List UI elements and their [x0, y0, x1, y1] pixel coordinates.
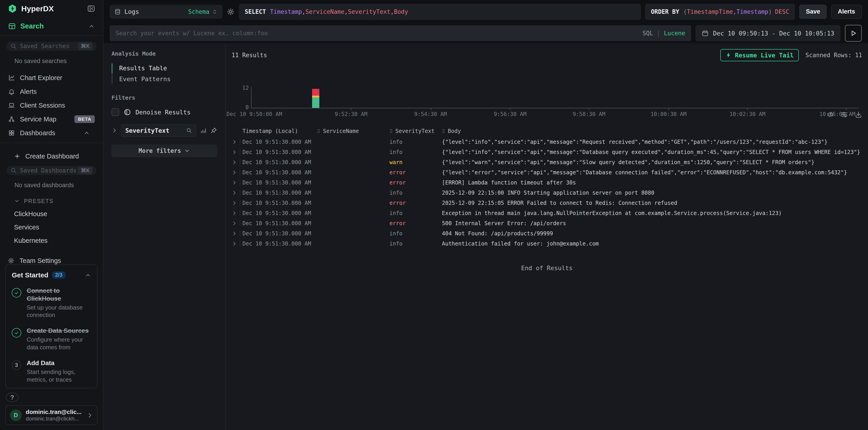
user-menu[interactable]: D dominic.tran@clic... dominic.tran@clic…: [5, 405, 97, 425]
wrap-lines-icon[interactable]: [841, 111, 848, 118]
row-expand-chevron-icon[interactable]: [231, 150, 237, 155]
code-icon[interactable]: [827, 111, 834, 118]
sidebar-item-alerts[interactable]: Alerts: [0, 85, 103, 99]
row-expand-chevron-icon[interactable]: [231, 160, 237, 165]
drag-handle-icon[interactable]: [390, 129, 393, 133]
table-row[interactable]: Dec 10 9:51:30.000 AM info 404 Not Found…: [231, 228, 862, 238]
table-row[interactable]: Dec 10 9:51:30.000 AM info {"level":"inf…: [231, 147, 862, 157]
table-row[interactable]: Dec 10 9:51:30.000 AM info {"level":"inf…: [231, 137, 862, 147]
row-expand-chevron-icon[interactable]: [231, 180, 237, 186]
sidebar-item-chart-explorer[interactable]: Chart Explorer: [0, 71, 103, 85]
saved-searches-input[interactable]: Saved Searches ⌘K: [6, 42, 97, 51]
row-expand-chevron-icon[interactable]: [231, 241, 237, 246]
preset-item-services[interactable]: Services: [14, 224, 103, 231]
row-expand-chevron-icon[interactable]: [231, 210, 237, 216]
sql-toggle[interactable]: SQL: [643, 30, 653, 37]
get-started-step-sources[interactable]: Create Data Sources Configure where your…: [12, 327, 91, 351]
select-query-input[interactable]: SELECT Timestamp,ServiceName,SeverityTex…: [239, 4, 641, 20]
denoise-results-row: Denoise Results: [112, 108, 217, 116]
row-expand-chevron-icon[interactable]: [231, 200, 237, 206]
row-expand-chevron-icon[interactable]: [231, 221, 237, 226]
column-header-servicename[interactable]: ServiceName: [317, 128, 390, 134]
check-icon: [12, 328, 21, 337]
row-expand-chevron-icon[interactable]: [231, 231, 237, 236]
lucene-toggle[interactable]: Lucene: [664, 30, 685, 37]
toggle-divider: |: [657, 30, 660, 37]
table-row[interactable]: Dec 10 9:51:30.000 AM error {"level":"er…: [231, 167, 862, 177]
language-toggle[interactable]: SQL | Lucene: [643, 30, 685, 37]
sidebar-item-service-map[interactable]: Service Map BETA: [0, 112, 103, 126]
sidebar: HyperDX Search Saved Searches ⌘K No save…: [0, 0, 103, 430]
preset-item-clickhouse[interactable]: ClickHouse: [14, 210, 103, 218]
denoise-checkbox[interactable]: [112, 108, 119, 116]
run-query-button[interactable]: [845, 25, 862, 42]
row-expand-chevron-icon[interactable]: [231, 170, 237, 175]
select-chevrons-icon: [212, 9, 218, 15]
create-dashboard-button[interactable]: Create Dashboard: [14, 153, 103, 160]
sidebar-item-client-sessions[interactable]: Client Sessions: [0, 99, 103, 112]
cell-timestamp: Dec 10 9:51:30.000 AM: [243, 190, 317, 196]
column-header-severitytext[interactable]: SeverityText: [390, 128, 442, 134]
results-panel: 11 Results Resume Live Tail Scanned Rows…: [226, 43, 868, 430]
drag-handle-icon[interactable]: [442, 129, 445, 133]
order-by-input[interactable]: ORDER BY (TimestampTime, Timestamp)DESC: [645, 4, 795, 20]
row-expand-chevron-icon[interactable]: [231, 139, 237, 145]
chart-bar[interactable]: [312, 87, 319, 108]
user-email: dominic.tran@clickh...: [26, 416, 82, 422]
drag-handle-icon[interactable]: [317, 129, 320, 133]
mode-event-patterns[interactable]: Event Patterns: [113, 74, 217, 85]
mode-results-table[interactable]: Results Table: [113, 63, 217, 74]
query-columns: Timestamp,ServiceName,SeverityText,Body: [270, 8, 408, 15]
collapse-sidebar-icon[interactable]: [87, 4, 95, 13]
more-filters-button[interactable]: More filters: [112, 144, 217, 157]
sidebar-item-team-settings[interactable]: Team Settings: [8, 257, 103, 265]
avatar: D: [10, 409, 22, 421]
get-started-title: Get Started: [12, 271, 49, 279]
table-row[interactable]: Dec 10 9:51:30.000 AM error 500 Internal…: [231, 218, 862, 228]
expand-chevron-icon[interactable]: [112, 128, 117, 133]
preset-item-kubernetes[interactable]: Kubernetes: [14, 237, 103, 244]
severity-filter-input[interactable]: SeverityText: [121, 124, 196, 137]
table-row[interactable]: Dec 10 9:51:30.000 AM error 2025-12-09 2…: [231, 198, 862, 208]
row-expand-chevron-icon[interactable]: [231, 190, 237, 196]
denoise-icon: [124, 108, 131, 116]
results-histogram: 12 0 Dec 10 9:50:00 AM9:52:30 AM9:54:30 …: [231, 71, 862, 123]
download-icon[interactable]: [855, 111, 862, 118]
step-title: Connect to ClickHouse: [27, 287, 91, 302]
presets-label: PRESETS: [24, 198, 54, 204]
nav-label: Service Map: [20, 115, 56, 123]
table-row[interactable]: Dec 10 9:51:30.000 AM warn {"level":"war…: [231, 157, 862, 167]
save-button[interactable]: Save: [799, 5, 827, 19]
sidebar-item-dashboards[interactable]: Dashboards: [0, 126, 103, 140]
source-settings-gear-icon[interactable]: [227, 8, 235, 15]
presets-header[interactable]: PRESETS: [14, 198, 103, 204]
chart-explorer-icon: [8, 74, 15, 81]
source-select[interactable]: Logs Schema: [110, 5, 222, 19]
saved-dashboards-input[interactable]: Saved Dashboards ⌘K: [6, 166, 97, 175]
column-header-body[interactable]: Body: [442, 128, 862, 134]
sidebar-item-search[interactable]: Search: [0, 17, 103, 36]
help-button[interactable]: ?: [6, 393, 19, 402]
live-tail-label: Resume Live Tail: [735, 52, 794, 59]
saved-dashboards-placeholder: Saved Dashboards: [20, 167, 76, 174]
chart-plot-area[interactable]: Dec 10 9:50:00 AM9:52:30 AM9:54:30 AM9:5…: [251, 87, 859, 108]
bar-chart-icon[interactable]: [200, 127, 207, 134]
get-started-header[interactable]: Get Started 2/3: [12, 271, 91, 279]
table-row[interactable]: Dec 10 9:51:30.000 AM info Authenticatio…: [231, 238, 862, 249]
get-started-step-connect[interactable]: Connect to ClickHouse Set up your databa…: [12, 287, 91, 319]
table-row[interactable]: Dec 10 9:51:30.000 AM info Exception in …: [231, 208, 862, 218]
alerts-button[interactable]: Alerts: [831, 5, 862, 19]
chevron-down-icon: [184, 148, 190, 154]
chevron-up-icon: [84, 130, 90, 136]
table-row[interactable]: Dec 10 9:51:30.000 AM info 2025-12-09 22…: [231, 188, 862, 198]
pin-icon[interactable]: [210, 127, 217, 134]
cell-body: Exception in thread main java.lang.NullP…: [442, 210, 862, 217]
date-range-picker[interactable]: Dec 10 09:50:13 - Dec 10 10:05:13: [696, 25, 840, 41]
search-input[interactable]: Search your events w/ Lucene ex. column:…: [110, 25, 691, 41]
column-header-timestamp[interactable]: Timestamp (Local): [243, 128, 317, 134]
get-started-step-add-data[interactable]: 3 Add Data Start sending logs, metrics, …: [12, 359, 91, 384]
x-axis-tick-label: Dec 10 9:50:00 AM: [226, 111, 282, 117]
cell-body: 2025-12-09 22:15:00 INFO Starting applic…: [442, 190, 862, 196]
table-row[interactable]: Dec 10 9:51:30.000 AM error [ERROR] Lamb…: [231, 177, 862, 188]
resume-live-tail-button[interactable]: Resume Live Tail: [720, 49, 799, 61]
